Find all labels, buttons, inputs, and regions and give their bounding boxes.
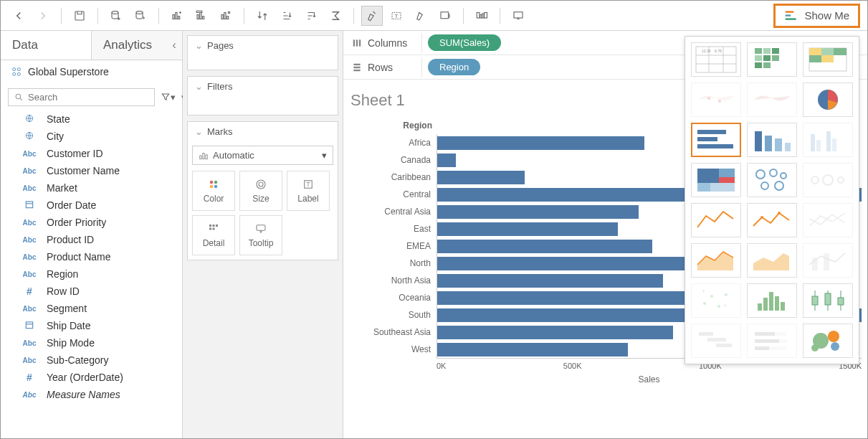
bar[interactable] <box>437 205 639 219</box>
field-item[interactable]: AbcCustomer ID <box>16 145 182 162</box>
svg-point-112 <box>703 302 706 305</box>
back-icon[interactable] <box>8 6 29 26</box>
field-item[interactable]: AbcProduct Name <box>16 248 182 265</box>
new-datasource-icon[interactable] <box>105 6 127 26</box>
field-item[interactable]: AbcSegment <box>16 300 182 317</box>
totals-icon[interactable] <box>325 6 346 26</box>
bar[interactable] <box>437 171 525 184</box>
svg-rect-65 <box>755 48 762 54</box>
swap-icon[interactable] <box>252 6 273 26</box>
datasource-row[interactable]: Global Superstore <box>1 60 182 83</box>
filter-icon[interactable]: ▾ <box>161 88 176 106</box>
bar[interactable] <box>437 343 628 357</box>
field-item[interactable]: AbcRegion <box>16 265 182 283</box>
field-item[interactable]: AbcProduct ID <box>16 231 182 248</box>
field-item[interactable]: AbcOrder Priority <box>16 214 182 231</box>
showme-horizontal-bar[interactable] <box>691 123 741 157</box>
svg-rect-124 <box>812 296 818 305</box>
marks-size[interactable]: Size <box>239 171 282 211</box>
forward-icon[interactable] <box>32 6 54 26</box>
bar[interactable] <box>437 154 456 167</box>
showme-dual-line[interactable] <box>803 203 853 237</box>
showme-heatmap[interactable] <box>747 42 797 77</box>
svg-rect-66 <box>763 48 771 54</box>
showme-highlight-table[interactable] <box>803 42 853 77</box>
field-item[interactable]: Order Date <box>16 197 182 214</box>
chart-row-label: East <box>343 224 437 234</box>
bar[interactable] <box>437 136 644 150</box>
field-item[interactable]: AbcSub-Category <box>16 351 182 369</box>
field-item[interactable]: AbcMarket <box>16 179 182 197</box>
sort-desc-icon[interactable] <box>300 6 322 26</box>
search-field[interactable] <box>28 92 148 103</box>
showme-scatter[interactable]: ++ <box>691 283 741 318</box>
svg-rect-121 <box>775 296 779 311</box>
showme-side-by-side-bar[interactable] <box>803 123 853 157</box>
svg-marker-109 <box>753 253 789 270</box>
showme-pie[interactable] <box>803 82 853 117</box>
showme-dual-combo[interactable] <box>803 243 853 278</box>
bar[interactable] <box>437 240 652 253</box>
filters-shelf[interactable]: ⌄Filters <box>187 76 338 115</box>
bar[interactable] <box>437 274 663 288</box>
svg-rect-69 <box>763 55 771 61</box>
chevron-left-icon[interactable]: ‹ <box>172 38 176 52</box>
showme-line-continuous[interactable] <box>691 203 741 237</box>
sort-asc-icon[interactable] <box>276 6 297 26</box>
field-item[interactable]: AbcCustomer Name <box>16 162 182 179</box>
svg-rect-53 <box>356 39 358 46</box>
showme-side-circle[interactable] <box>803 163 853 197</box>
field-item[interactable]: AbcShip Mode <box>16 334 182 351</box>
showme-line-discrete[interactable] <box>747 203 797 237</box>
showme-symbol-map[interactable] <box>691 82 741 117</box>
clear-sheet-icon[interactable] <box>215 6 237 26</box>
field-item[interactable]: AbcMeasure Names <box>16 386 182 403</box>
refresh-datasource-icon[interactable] <box>130 6 151 26</box>
showme-gantt[interactable] <box>691 324 741 358</box>
chevron-down-icon: ⌄ <box>195 126 203 137</box>
presentation-icon[interactable] <box>507 6 529 26</box>
showme-treemap[interactable] <box>691 163 741 197</box>
search-input[interactable] <box>8 88 155 106</box>
field-item[interactable]: City <box>16 128 182 145</box>
showme-stacked-bar[interactable] <box>747 123 797 157</box>
show-cards-icon[interactable] <box>471 6 492 26</box>
duplicate-sheet-icon[interactable] <box>191 6 212 26</box>
showme-area-discrete[interactable] <box>747 243 797 278</box>
marks-type-select[interactable]: Automatic ▾ <box>192 146 333 165</box>
svg-point-43 <box>259 182 263 187</box>
field-item[interactable]: State <box>16 110 182 128</box>
marks-tooltip[interactable]: Tooltip <box>239 215 282 255</box>
bar[interactable] <box>437 326 673 339</box>
field-item[interactable]: #Year (OrderDate) <box>16 369 182 386</box>
svg-rect-15 <box>441 11 449 18</box>
marks-label[interactable]: TLabel <box>287 171 330 211</box>
marks-color[interactable]: Color <box>192 171 235 211</box>
showme-histogram[interactable] <box>747 283 797 318</box>
showme-box-plot[interactable] <box>803 283 853 318</box>
highlight-icon[interactable] <box>361 6 383 26</box>
new-worksheet-icon[interactable] <box>166 6 188 26</box>
field-item[interactable]: Ship Date <box>16 317 182 334</box>
tab-data[interactable]: Data <box>1 31 91 60</box>
fit-icon[interactable] <box>434 6 456 26</box>
svg-point-101 <box>761 182 768 189</box>
showme-filled-map[interactable] <box>747 82 797 117</box>
field-item[interactable]: #Row ID <box>16 283 182 300</box>
format-icon[interactable] <box>410 6 431 26</box>
tab-analytics[interactable]: Analytics ‹ <box>91 31 182 60</box>
marks-detail[interactable]: Detail <box>192 215 235 255</box>
text-label-icon[interactable]: T <box>386 6 407 26</box>
showme-text-table[interactable]: 12.346.78 <box>691 42 741 77</box>
save-icon[interactable] <box>69 6 90 26</box>
columns-pill[interactable]: SUM(Sales) <box>428 34 501 51</box>
pages-shelf[interactable]: ⌄Pages <box>187 35 338 70</box>
showme-area-continuous[interactable] <box>691 243 741 278</box>
rows-pill[interactable]: Region <box>428 59 480 75</box>
show-me-button[interactable]: Show Me <box>773 4 860 28</box>
showme-bullet[interactable] <box>747 324 797 358</box>
showme-packed-bubbles[interactable] <box>803 324 853 358</box>
svg-rect-50 <box>213 228 215 230</box>
bar[interactable] <box>437 222 618 236</box>
showme-circle-view[interactable] <box>747 163 797 197</box>
